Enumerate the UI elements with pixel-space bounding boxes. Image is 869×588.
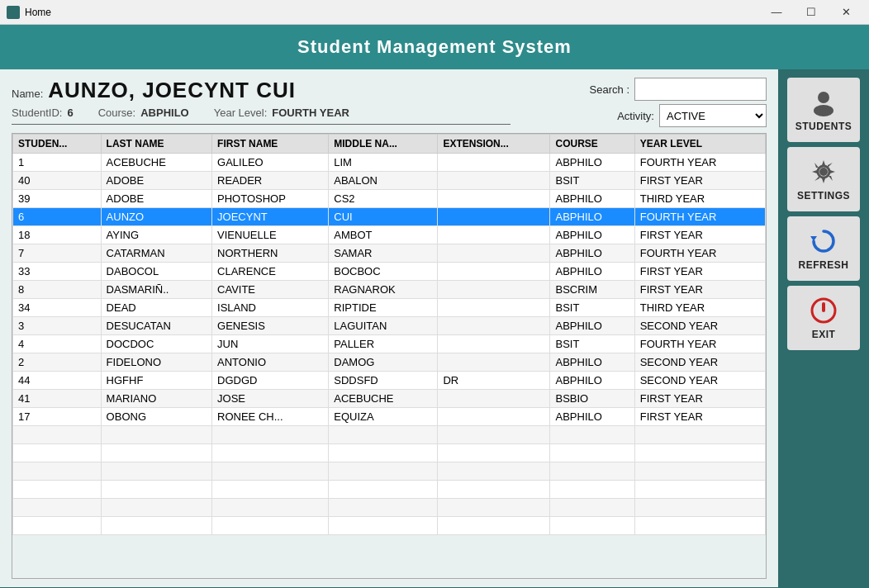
table-cell-empty xyxy=(329,499,438,517)
table-cell-empty xyxy=(13,499,102,517)
table-cell: 33 xyxy=(13,263,102,281)
table-cell: THIRD YEAR xyxy=(634,190,765,208)
table-cell: ADOBE xyxy=(101,190,211,208)
settings-icon xyxy=(809,157,838,187)
table-cell xyxy=(438,172,550,190)
table-cell xyxy=(438,281,550,299)
table-cell: ADOBE xyxy=(101,172,211,190)
close-button[interactable]: ✕ xyxy=(829,1,862,24)
table-cell: ABPHILO xyxy=(550,317,634,335)
table-cell-empty xyxy=(13,462,102,481)
table-row[interactable]: 4DOCDOCJUNPALLERBSITFOURTH YEAR xyxy=(13,335,766,353)
table-row[interactable]: 34DEADISLANDRIPTIDEBSITTHIRD YEAR xyxy=(13,299,766,317)
title-bar-text: Home xyxy=(25,7,760,18)
table-cell: ABPHILO xyxy=(550,263,634,281)
table-row[interactable]: 33DABOCOLCLARENCEBOCBOCABPHILOFIRST YEAR xyxy=(13,263,766,281)
table-cell-empty xyxy=(212,462,329,481)
table-cell: HGFHF xyxy=(101,372,211,390)
table-cell: GALILEO xyxy=(212,154,329,172)
table-cell: 1 xyxy=(13,154,102,172)
table-row[interactable]: 41MARIANOJOSEACEBUCHEBSBIOFIRST YEAR xyxy=(13,390,766,408)
table-cell: AUNZO xyxy=(101,208,211,226)
student-table: STUDEN... LAST NAME FIRST NAME MIDDLE NA… xyxy=(12,134,766,535)
minimize-button[interactable]: — xyxy=(760,1,793,24)
sidebar-settings-button[interactable]: SETTINGS xyxy=(787,147,860,211)
table-cell-empty xyxy=(212,517,329,535)
table-cell-empty xyxy=(634,462,765,481)
sidebar-refresh-button[interactable]: REFRESH xyxy=(787,216,860,281)
table-cell: DABOCOL xyxy=(101,263,211,281)
sidebar-students-button[interactable]: STUDENTS xyxy=(787,78,860,142)
table-cell: BSIT xyxy=(550,172,634,190)
table-cell-empty xyxy=(634,426,765,444)
table-cell xyxy=(438,317,550,335)
table-cell-empty xyxy=(13,481,102,499)
table-cell xyxy=(438,263,550,281)
app-title: Student Management System xyxy=(297,36,572,57)
table-cell: FIRST YEAR xyxy=(634,263,765,281)
search-input[interactable] xyxy=(634,78,767,101)
name-label: Name: xyxy=(12,88,43,100)
table-cell: FIRST YEAR xyxy=(634,390,765,408)
table-cell: ABPHILO xyxy=(550,244,634,263)
table-row[interactable]: 17OBONGRONEE CH...EQUIZAABPHILOFIRST YEA… xyxy=(13,408,766,426)
table-cell: THIRD YEAR xyxy=(634,299,765,317)
table-cell-empty xyxy=(634,481,765,499)
table-cell-empty xyxy=(101,481,211,499)
table-cell: SECOND YEAR xyxy=(634,317,765,335)
table-row-empty xyxy=(13,499,766,517)
table-row[interactable]: 6AUNZOJOECYNTCUIABPHILOFOURTH YEAR xyxy=(13,208,766,226)
table-row[interactable]: 7CATARMANNORTHERNSAMARABPHILOFOURTH YEAR xyxy=(13,244,766,263)
table-row[interactable]: 8DASMARIÑ..CAVITERAGNAROKBSCRIMFIRST YEA… xyxy=(13,281,766,299)
table-row[interactable]: 44HGFHFDGDGDSDDSFDDRABPHILOSECOND YEAR xyxy=(13,372,766,390)
course-item: Course: ABPHILO xyxy=(98,107,189,119)
table-cell: ABPHILO xyxy=(550,208,634,226)
table-cell: FIRST YEAR xyxy=(634,172,765,190)
table-cell: DOCDOC xyxy=(101,335,211,353)
table-cell: FOURTH YEAR xyxy=(634,335,765,353)
table-cell: MARIANO xyxy=(101,390,211,408)
sidebar-exit-label: EXIT xyxy=(812,329,836,340)
table-row[interactable]: 3DESUCATANGENESISLAGUITANABPHILOSECOND Y… xyxy=(13,317,766,335)
col-header-yearlevel: YEAR LEVEL xyxy=(634,135,765,154)
table-cell-empty xyxy=(550,517,634,535)
table-cell: FOURTH YEAR xyxy=(634,244,765,263)
search-group: Search : xyxy=(590,78,767,101)
table-row-empty xyxy=(13,481,766,499)
table-cell: DGDGD xyxy=(212,372,329,390)
table-cell: ABPHILO xyxy=(550,408,634,426)
maximize-button[interactable]: ☐ xyxy=(795,1,828,24)
table-cell: SECOND YEAR xyxy=(634,353,765,372)
table-row[interactable]: 40ADOBEREADERABALONBSITFIRST YEAR xyxy=(13,172,766,190)
table-row[interactable]: 1ACEBUCHEGALILEOLIMABPHILOFOURTH YEAR xyxy=(13,154,766,172)
col-header-lastname: LAST NAME xyxy=(101,135,211,154)
table-cell-empty xyxy=(634,444,765,462)
table-row[interactable]: 39ADOBEPHOTOSHOPCS2ABPHILOTHIRD YEAR xyxy=(13,190,766,208)
table-cell-empty xyxy=(329,444,438,462)
table-cell-empty xyxy=(550,499,634,517)
course-value: ABPHILO xyxy=(140,107,189,119)
table-cell: SAMAR xyxy=(329,244,438,263)
table-cell xyxy=(438,244,550,263)
table-cell: 4 xyxy=(13,335,102,353)
sidebar-exit-button[interactable]: EXIT xyxy=(787,286,860,350)
table-row[interactable]: 2FIDELONOANTONIODAMOGABPHILOSECOND YEAR xyxy=(13,353,766,372)
table-cell: FOURTH YEAR xyxy=(634,154,765,172)
activity-select[interactable]: ACTIVE INACTIVE xyxy=(659,104,767,127)
table-row[interactable]: 18AYINGVIENUELLEAMBOTABPHILOFIRST YEAR xyxy=(13,226,766,244)
year-level-value: FOURTH YEAR xyxy=(272,107,349,119)
table-cell: DESUCATAN xyxy=(101,317,211,335)
table-cell-empty xyxy=(438,462,550,481)
table-cell-empty xyxy=(550,462,634,481)
table-cell-empty xyxy=(101,426,211,444)
app-icon xyxy=(7,6,20,19)
table-cell: 6 xyxy=(13,208,102,226)
table-cell: FIDELONO xyxy=(101,353,211,372)
table-cell: BSIT xyxy=(550,335,634,353)
main-content: Name: AUNZO, JOECYNT CUI StudentID: 6 Co… xyxy=(0,69,869,587)
student-name-row: Name: AUNZO, JOECYNT CUI xyxy=(12,78,510,103)
table-cell: LIM xyxy=(329,154,438,172)
student-name-value: AUNZO, JOECYNT CUI xyxy=(48,78,296,103)
table-cell-empty xyxy=(329,426,438,444)
student-id-value: 6 xyxy=(67,107,73,119)
